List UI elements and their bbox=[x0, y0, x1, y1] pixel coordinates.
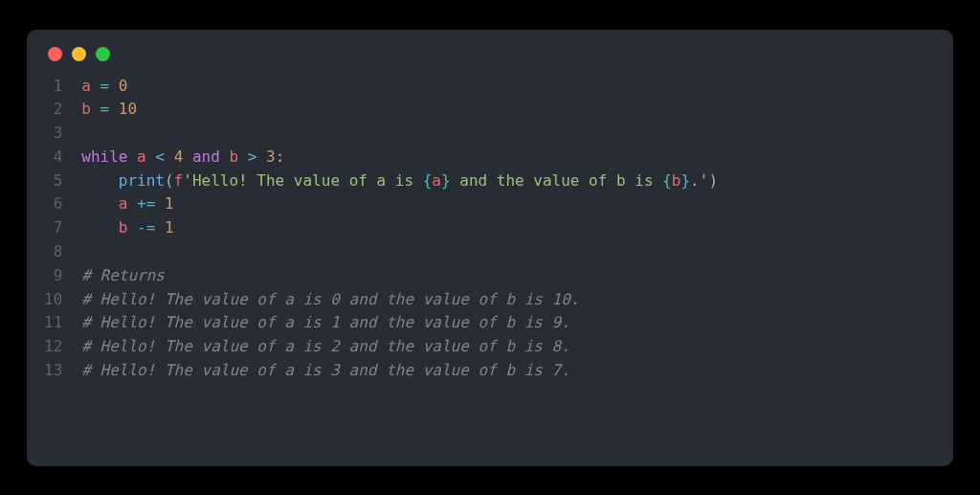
token-pn: : bbox=[276, 147, 285, 166]
token-pn bbox=[91, 100, 100, 118]
line-number: 11 bbox=[44, 311, 62, 335]
token-cm: # Hello! The value of a is 1 and the val… bbox=[81, 313, 570, 331]
traffic-lights bbox=[27, 47, 953, 75]
token-var: a bbox=[119, 194, 128, 213]
minimize-icon[interactable] bbox=[72, 47, 86, 61]
token-num: 1 bbox=[165, 218, 174, 236]
token-num: 4 bbox=[174, 147, 184, 166]
token-pn bbox=[109, 77, 119, 95]
token-op: > bbox=[248, 147, 257, 166]
code-line: a = 0 bbox=[81, 75, 718, 99]
line-number: 5 bbox=[44, 169, 62, 193]
token-str-br: { bbox=[662, 171, 672, 190]
token-pn bbox=[127, 218, 137, 236]
line-number: 3 bbox=[44, 122, 62, 146]
token-pn bbox=[155, 194, 165, 213]
code-line: b -= 1 bbox=[81, 216, 718, 240]
code-line: # Hello! The value of a is 1 and the val… bbox=[81, 311, 718, 335]
token-num: 1 bbox=[165, 194, 174, 213]
token-str: 'Hello! The value of a is bbox=[183, 171, 422, 190]
code-line bbox=[81, 122, 718, 146]
line-number: 9 bbox=[44, 264, 62, 288]
token-op: += bbox=[137, 194, 155, 213]
code-line: # Hello! The value of a is 0 and the val… bbox=[81, 288, 718, 312]
maximize-icon[interactable] bbox=[96, 47, 110, 61]
token-var: f bbox=[174, 171, 184, 190]
close-icon[interactable] bbox=[48, 47, 62, 61]
token-kw: and bbox=[192, 147, 220, 166]
code-line: # Returns bbox=[81, 264, 718, 288]
token-pn bbox=[127, 194, 137, 213]
token-str-br: } bbox=[680, 171, 690, 190]
code-line bbox=[81, 240, 718, 264]
token-pn bbox=[91, 77, 100, 95]
token-pn bbox=[81, 171, 119, 190]
line-number: 12 bbox=[44, 335, 62, 359]
token-cm: # Returns bbox=[81, 266, 165, 284]
code-line: # Hello! The value of a is 3 and the val… bbox=[81, 359, 718, 383]
code-line: # Hello! The value of a is 2 and the val… bbox=[81, 335, 718, 359]
token-op: = bbox=[100, 77, 110, 95]
code-line: while a < 4 and b > 3: bbox=[81, 146, 718, 169]
token-num: 0 bbox=[119, 77, 128, 95]
code-line: b = 10 bbox=[81, 98, 718, 122]
token-cm: # Hello! The value of a is 3 and the val… bbox=[81, 361, 570, 379]
line-number: 8 bbox=[44, 240, 62, 264]
token-pn bbox=[165, 147, 174, 166]
line-number: 7 bbox=[44, 216, 62, 240]
token-fn: print bbox=[119, 171, 165, 190]
token-str-int: a bbox=[432, 171, 441, 190]
token-str-br: { bbox=[423, 171, 433, 190]
token-pn bbox=[127, 147, 137, 166]
code-line: print(f'Hello! The value of a is {a} and… bbox=[81, 169, 718, 193]
token-cm: # Hello! The value of a is 0 and the val… bbox=[81, 290, 579, 308]
token-kw: while bbox=[81, 147, 127, 166]
token-var: b bbox=[229, 147, 238, 166]
token-var: a bbox=[137, 147, 146, 166]
line-number: 10 bbox=[44, 288, 62, 312]
token-pn bbox=[146, 147, 156, 166]
token-var: b bbox=[81, 100, 91, 118]
line-number: 2 bbox=[44, 98, 62, 122]
token-op: = bbox=[100, 100, 110, 118]
token-op: < bbox=[155, 147, 165, 166]
token-pn bbox=[238, 147, 248, 166]
token-str: and the value of b is bbox=[451, 171, 663, 190]
token-num: 10 bbox=[119, 100, 137, 118]
line-number: 4 bbox=[44, 146, 62, 169]
code-area: 12345678910111213 a = 0b = 10 while a < … bbox=[27, 75, 953, 383]
token-pn bbox=[109, 100, 119, 118]
token-pn bbox=[155, 218, 165, 236]
line-number-gutter: 12345678910111213 bbox=[27, 75, 81, 383]
token-var: a bbox=[81, 77, 91, 95]
token-pn: ( bbox=[165, 171, 174, 190]
token-pn bbox=[81, 194, 119, 213]
token-pn: ) bbox=[708, 171, 718, 190]
token-var: b bbox=[119, 218, 128, 236]
token-pn bbox=[256, 147, 266, 166]
token-num: 3 bbox=[266, 147, 276, 166]
token-pn bbox=[81, 218, 119, 236]
line-number: 6 bbox=[44, 192, 62, 216]
token-str: .' bbox=[690, 171, 708, 190]
token-op: -= bbox=[137, 218, 155, 236]
code-window: 12345678910111213 a = 0b = 10 while a < … bbox=[27, 30, 953, 466]
code-content: a = 0b = 10 while a < 4 and b > 3: print… bbox=[81, 75, 718, 383]
token-str-br: } bbox=[441, 171, 451, 190]
code-line: a += 1 bbox=[81, 192, 718, 216]
line-number: 13 bbox=[44, 359, 62, 383]
line-number: 1 bbox=[44, 75, 62, 99]
token-cm: # Hello! The value of a is 2 and the val… bbox=[81, 337, 570, 355]
token-pn bbox=[183, 147, 192, 166]
